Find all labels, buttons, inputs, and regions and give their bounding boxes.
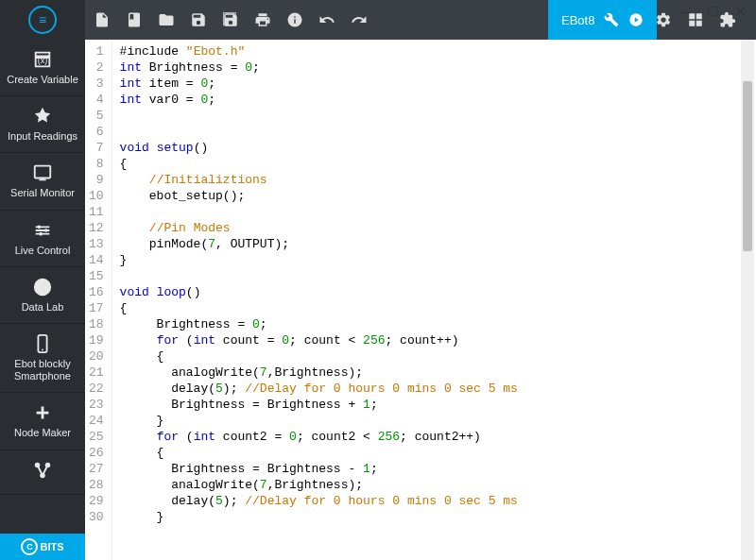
code-line-6[interactable] [120,124,748,140]
sidebar-footer[interactable]: CBITS [0,534,85,560]
undo-icon[interactable] [318,10,336,29]
code-line-28[interactable]: analogWrite(7,Brightness); [120,477,748,493]
close-button[interactable]: ✕ [733,4,748,19]
code-line-5[interactable] [120,108,748,124]
code-line-16[interactable]: void loop() [120,284,748,300]
code-line-26[interactable]: { [120,445,748,461]
app-logo[interactable]: ≡ [0,0,85,40]
sidebar-item-5[interactable]: Ebot blockly Smartphone [0,324,85,393]
open-folder-icon[interactable] [157,10,176,29]
sidebar-item-0[interactable]: (x)Create Variable [0,40,85,96]
sidebar-label: Serial Monitor [4,187,81,199]
svg-rect-1 [35,166,51,178]
sidebar-label: Live Control [4,245,81,257]
sidebar-label: Data Lab [4,301,81,314]
tools-icon[interactable] [604,12,619,27]
code-line-11[interactable] [120,204,748,220]
code-line-30[interactable]: } [120,509,748,525]
tab-ebot8[interactable]: EBot8 [548,0,657,40]
code-area[interactable]: #include "Ebot.h"int Brightness = 0;int … [112,40,756,560]
code-line-24[interactable]: } [120,413,748,429]
sidebar-item-2[interactable]: Serial Monitor [0,153,85,210]
code-line-13[interactable]: pinMode(7, OUTPUT); [120,236,748,252]
svg-point-6 [42,348,43,350]
save-all-icon[interactable] [221,10,240,29]
code-line-2[interactable]: int Brightness = 0; [120,59,748,76]
new-file-icon[interactable] [93,10,112,29]
code-line-20[interactable]: { [120,348,748,365]
svg-point-2 [38,225,42,229]
code-line-25[interactable]: for (int count2 = 0; count2 < 256; count… [120,429,748,445]
sidebar-label: Node Maker [4,427,81,439]
code-line-18[interactable]: Brightness = 0; [120,316,748,332]
window-controls: — ☐ ✕ [677,4,748,19]
svg-point-4 [39,231,43,235]
sidebar-item-6[interactable]: Node Maker [0,393,85,450]
code-line-10[interactable]: ebot_setup(); [120,188,748,204]
code-line-1[interactable]: #include "Ebot.h" [120,43,748,59]
vertical-scrollbar[interactable] [741,40,754,560]
code-line-29[interactable]: delay(5); //Delay for 0 hours 0 mins 0 s… [120,493,748,509]
code-line-27[interactable]: Brightness = Brightness - 1; [120,461,748,477]
svg-text:(x): (x) [38,56,48,65]
line-gutter: 1234567891011121314151617181920212223242… [85,40,112,560]
code-line-19[interactable]: for (int count = 0; count < 256; count++… [120,332,748,348]
minimize-button[interactable]: — [677,4,692,19]
code-line-3[interactable]: int item = 0; [120,76,748,92]
play-icon[interactable] [628,12,644,27]
sidebar-label: Ebot blockly Smartphone [4,358,81,382]
book-icon[interactable] [125,10,144,29]
sidebar-icon-2 [32,162,53,183]
code-line-23[interactable]: Brightness = Brightness + 1; [120,397,748,413]
sidebar-item-7[interactable] [0,450,85,495]
sidebar-item-1[interactable]: Input Readings [0,96,85,153]
sidebar-label: Create Variable [4,74,81,86]
maximize-button[interactable]: ☐ [705,4,720,19]
code-line-4[interactable]: int var0 = 0; [120,92,748,108]
sidebar-icon-3 [32,220,53,241]
code-line-15[interactable] [120,268,748,284]
code-line-21[interactable]: analogWrite(7,Brightness); [120,365,748,381]
code-line-22[interactable]: delay(5); //Delay for 0 hours 0 mins 0 s… [120,381,748,397]
sidebar-icon-6 [32,402,53,423]
tab-label: EBot8 [561,13,594,27]
sidebar-icon-5 [32,333,53,354]
sidebar-item-3[interactable]: Live Control [0,211,85,267]
tab-bar: EBot8 [548,0,657,40]
sidebar: ≡ (x)Create VariableInput ReadingsSerial… [0,0,85,560]
code-line-8[interactable]: { [120,156,748,172]
info-icon[interactable] [285,10,304,29]
sidebar-icon-1 [32,106,53,127]
sidebar-label: Input Readings [4,130,81,143]
redo-icon[interactable] [350,10,369,29]
code-line-7[interactable]: void setup() [120,140,748,156]
scrollbar-thumb[interactable] [743,81,752,251]
save-icon[interactable] [189,10,208,29]
code-line-9[interactable]: //Initializtions [120,172,748,188]
sidebar-item-4[interactable]: Data Lab [0,267,85,324]
code-editor[interactable]: 1234567891011121314151617181920212223242… [85,40,756,560]
sidebar-icon-4 [32,277,53,297]
print-icon[interactable] [253,10,272,29]
code-line-17[interactable]: { [120,300,748,316]
sidebar-icon-0: (x) [32,49,53,70]
sidebar-icon-7 [32,460,53,481]
code-line-14[interactable]: } [120,252,748,268]
svg-point-3 [44,229,48,232]
code-line-12[interactable]: //Pin Modes [120,220,748,236]
